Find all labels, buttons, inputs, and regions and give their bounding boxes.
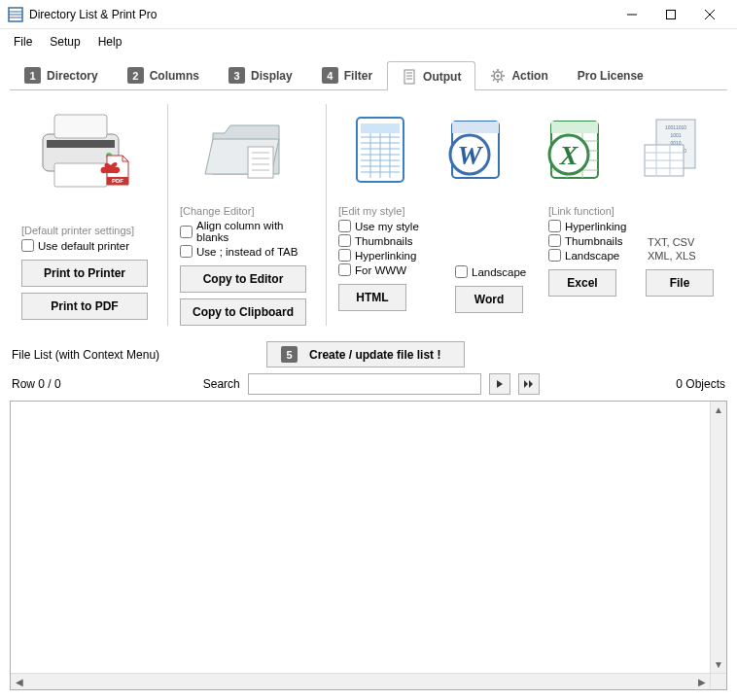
objects-count: 0 Objects [676, 377, 725, 391]
print-to-printer-button[interactable]: Print to Printer [21, 260, 148, 287]
tab-display[interactable]: 3Display [214, 60, 307, 89]
output-panel: PDF [Default printer settings] Use defau… [0, 90, 737, 335]
search-last-button[interactable] [518, 373, 540, 395]
folder-editor-icon [180, 104, 314, 197]
printer-section-header: [Default printer settings] [21, 225, 156, 236]
horizontal-scrollbar[interactable]: ◀ ▶ [11, 673, 710, 689]
close-button[interactable] [690, 0, 729, 29]
app-icon [8, 7, 23, 22]
tab-label: Output [423, 70, 461, 84]
svg-text:PDF: PDF [112, 178, 123, 184]
tab-action[interactable]: Action [475, 60, 562, 89]
svg-point-13 [497, 74, 500, 77]
minimize-button[interactable] [613, 0, 651, 29]
svg-rect-25 [47, 140, 115, 148]
svg-line-19 [502, 79, 504, 81]
svg-rect-35 [361, 123, 400, 133]
tab-output[interactable]: Output [387, 61, 475, 90]
html-button[interactable]: HTML [338, 284, 406, 311]
search-next-button[interactable] [489, 373, 510, 395]
svg-rect-24 [54, 163, 107, 187]
search-label: Search [203, 377, 240, 391]
export-icons-row: W X 100110101001001011001010 [338, 104, 716, 197]
svg-text:1001: 1001 [670, 132, 681, 138]
editor-group: [Change Editor] Align column with blanks… [180, 104, 314, 326]
scrollbar-corner [710, 673, 726, 689]
svg-rect-8 [404, 70, 414, 84]
style-column: [Edit my style] Use my style Thumbnails … [338, 205, 447, 313]
tab-pro-license[interactable]: Pro License [563, 60, 658, 89]
tab-label: Filter [344, 69, 372, 83]
menu-setup[interactable]: Setup [44, 33, 86, 51]
landscape-excel-checkbox[interactable]: Landscape [548, 249, 638, 262]
tab-label: Action [511, 69, 547, 83]
divider [167, 104, 168, 326]
tabs-container: 1Directory 2Columns 3Display 4Filter Out… [0, 54, 737, 90]
copy-to-clipboard-button[interactable]: Copy to Clipboard [180, 298, 306, 326]
align-column-checkbox[interactable]: Align column with blanks [180, 220, 314, 243]
word-button[interactable]: Word [455, 286, 523, 313]
use-default-printer-checkbox[interactable]: Use default printer [21, 239, 156, 252]
tab-label: Columns [150, 69, 199, 83]
window-title: Directory List & Print Pro [29, 8, 613, 21]
search-input[interactable] [248, 373, 481, 395]
menu-help[interactable]: Help [92, 33, 128, 51]
excel-icon: X [542, 116, 608, 187]
vertical-scrollbar[interactable]: ▲ ▼ [710, 402, 726, 673]
file-list-bar: File List (with Context Menu) 5 Create /… [0, 335, 737, 371]
svg-rect-51 [551, 122, 598, 133]
file-icon: 100110101001001011001010 [641, 116, 703, 187]
tab-columns[interactable]: 2Columns [113, 60, 214, 89]
hyperlinking-checkbox[interactable]: Hyperlinking [338, 249, 447, 262]
file-column: TXT, CSV XML, XLS File [646, 205, 714, 313]
tab-directory[interactable]: 1Directory [10, 60, 113, 89]
tab-label: Pro License [578, 69, 644, 83]
create-update-label: Create / update file list ! [309, 348, 440, 362]
row-indicator: Row 0 / 0 [12, 377, 61, 391]
ext-txt-csv: TXT, CSV [646, 236, 714, 248]
svg-marker-71 [497, 380, 503, 388]
copy-to-editor-button[interactable]: Copy to Editor [180, 265, 306, 293]
tab-label: Display [251, 69, 293, 83]
svg-text:X: X [559, 140, 579, 170]
printer-icon: PDF [21, 104, 156, 197]
tab-label: Directory [47, 69, 98, 83]
scroll-down-icon[interactable]: ▼ [711, 656, 726, 673]
scroll-right-icon[interactable]: ▶ [693, 674, 710, 689]
scroll-left-icon[interactable]: ◀ [11, 674, 27, 689]
thumbnails-excel-checkbox[interactable]: Thumbnails [548, 234, 638, 247]
svg-marker-73 [529, 380, 533, 388]
thumbnails-checkbox[interactable]: Thumbnails [338, 234, 447, 247]
menu-file[interactable]: File [8, 33, 38, 51]
maximize-button[interactable] [651, 0, 690, 29]
svg-rect-29 [248, 147, 273, 178]
ext-xml-xls: XML, XLS [646, 250, 714, 262]
printer-group: PDF [Default printer settings] Use defau… [21, 104, 156, 326]
file-list-area[interactable]: ▲ ▼ ◀ ▶ [10, 401, 727, 690]
style-section-header: [Edit my style] [338, 205, 447, 217]
document-icon [402, 69, 417, 85]
divider [326, 104, 327, 326]
svg-text:10011010: 10011010 [665, 124, 686, 130]
use-semicolon-checkbox[interactable]: Use ; instead of TAB [180, 245, 314, 258]
gear-icon [490, 68, 506, 84]
excel-button[interactable]: Excel [548, 269, 616, 297]
tab-filter[interactable]: 4Filter [307, 60, 387, 89]
editor-section-header: [Change Editor] [180, 205, 314, 217]
search-bar: Row 0 / 0 Search 0 Objects [0, 371, 737, 401]
print-to-pdf-button[interactable]: Print to PDF [21, 293, 148, 320]
for-www-checkbox[interactable]: For WWW [338, 263, 447, 276]
svg-rect-47 [452, 122, 499, 133]
hyperlinking-excel-checkbox[interactable]: Hyperlinking [548, 220, 638, 232]
landscape-word-checkbox[interactable]: Landscape [455, 265, 541, 278]
create-update-button[interactable]: 5 Create / update file list ! [266, 341, 465, 368]
file-button[interactable]: File [646, 269, 714, 297]
file-list-label: File List (with Context Menu) [12, 348, 159, 362]
menubar: File Setup Help [0, 29, 737, 54]
scroll-up-icon[interactable]: ▲ [711, 402, 726, 418]
svg-rect-5 [667, 10, 676, 18]
svg-line-21 [502, 71, 504, 73]
titlebar: Directory List & Print Pro [0, 0, 737, 29]
link-section-header: [Link function] [548, 205, 638, 217]
use-my-style-checkbox[interactable]: Use my style [338, 220, 447, 232]
